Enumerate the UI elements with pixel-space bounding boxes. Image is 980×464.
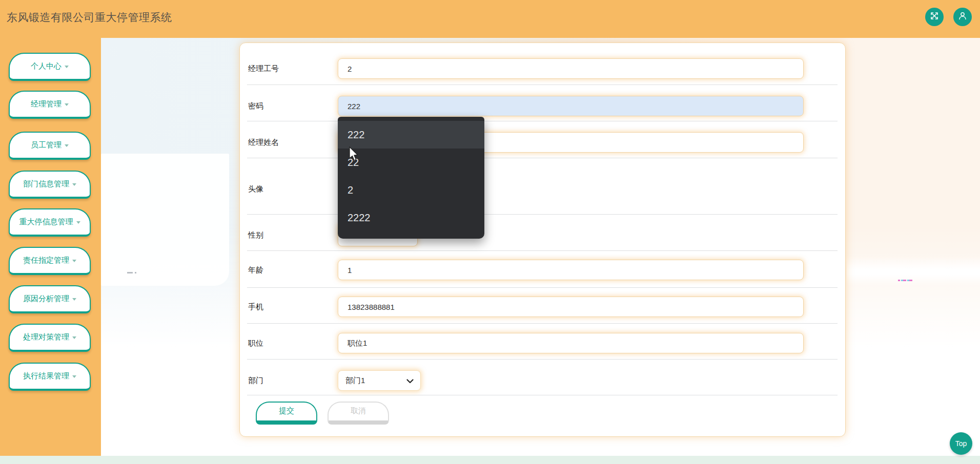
autocomplete-option[interactable]: 2: [338, 176, 484, 204]
chevron-down-icon: [72, 375, 76, 378]
submit-button[interactable]: 提交: [256, 402, 317, 425]
sidebar-item-countermeasure[interactable]: 处理对策管理: [9, 324, 91, 352]
sidebar-item-employee-mgmt[interactable]: 员工管理: [9, 132, 91, 160]
autocomplete-option[interactable]: 22: [338, 149, 484, 176]
fullscreen-icon: [930, 11, 939, 23]
app-title: 东风锻造有限公司重大停管理系统: [7, 0, 172, 35]
sidebar-item-label: 员工管理: [31, 140, 62, 150]
password-input[interactable]: [338, 96, 804, 116]
background-artifact: [127, 272, 133, 273]
fullscreen-button[interactable]: [925, 8, 944, 26]
row-divider: [247, 287, 838, 288]
sidebar-item-department-info[interactable]: 部门信息管理: [9, 171, 91, 199]
background-artifact: [847, 256, 980, 286]
edit-form-card: 经理工号 密码 经理姓名 头像 性别 年龄 手机 职位 部门 部门1 提交 取消: [239, 43, 846, 437]
sidebar-item-label: 部门信息管理: [23, 179, 69, 189]
sidebar-item-manager-mgmt[interactable]: 经理管理: [9, 91, 91, 119]
autocomplete-dropdown: 222 22 2 2222: [338, 117, 484, 239]
row-divider: [247, 250, 838, 251]
background-artifact: [101, 154, 229, 286]
row-divider: [247, 395, 838, 395]
back-to-top-button[interactable]: Top: [950, 432, 972, 455]
chevron-down-icon: [72, 298, 76, 301]
sidebar-item-personal-center[interactable]: 个人中心: [9, 53, 91, 81]
sidebar-item-responsibility[interactable]: 责任指定管理: [9, 247, 91, 275]
sidebar-item-label: 重大停信息管理: [19, 217, 73, 227]
sidebar-item-label: 原因分析管理: [23, 294, 69, 304]
position-label: 职位: [248, 338, 263, 348]
cancel-button[interactable]: 取消: [328, 402, 389, 425]
sidebar-item-cause-analysis[interactable]: 原因分析管理: [9, 285, 91, 313]
background-artifact: [135, 272, 136, 273]
sidebar-item-execution-result[interactable]: 执行结果管理: [9, 363, 91, 391]
department-select[interactable]: 部门1: [338, 370, 421, 391]
department-label: 部门: [248, 375, 263, 386]
chevron-down-icon: [406, 379, 414, 384]
sidebar-item-label: 执行结果管理: [23, 371, 69, 381]
avatar-label: 头像: [248, 184, 263, 194]
manager-id-label: 经理工号: [248, 64, 279, 74]
autocomplete-option[interactable]: 222: [338, 121, 484, 149]
phone-input[interactable]: [338, 297, 804, 317]
user-icon: [957, 11, 968, 23]
app-window: 东风锻造有限公司重大停管理系统 个人中心 经理管理 员工管理 部门信息管理 重大…: [0, 0, 980, 464]
phone-label: 手机: [248, 302, 263, 312]
chevron-down-icon: [65, 144, 69, 147]
department-select-value: 部门1: [345, 376, 365, 386]
row-divider: [247, 323, 838, 324]
row-divider: [247, 359, 838, 360]
row-divider: [247, 85, 838, 85]
position-input[interactable]: [338, 333, 804, 353]
row-divider: [247, 214, 838, 215]
age-label: 年龄: [248, 265, 263, 275]
chevron-down-icon: [72, 183, 76, 186]
chevron-down-icon: [65, 66, 69, 68]
sidebar-item-label: 责任指定管理: [23, 256, 69, 265]
footer-strip: [0, 456, 980, 464]
background-artifact: [898, 280, 912, 281]
sidebar-item-label: 经理管理: [31, 99, 62, 109]
autocomplete-option[interactable]: 2222: [338, 204, 484, 231]
chevron-down-icon: [72, 336, 76, 339]
sidebar-item-label: 处理对策管理: [23, 332, 69, 342]
user-profile-button[interactable]: [953, 8, 972, 26]
chevron-down-icon: [65, 103, 69, 106]
password-label: 密码: [248, 101, 263, 111]
sidebar: 个人中心 经理管理 员工管理 部门信息管理 重大停信息管理 责任指定管理 原因分…: [0, 38, 101, 456]
sidebar-item-major-stop-info[interactable]: 重大停信息管理: [9, 208, 91, 237]
sidebar-item-label: 个人中心: [31, 61, 62, 71]
chevron-down-icon: [72, 260, 76, 262]
top-header: 东风锻造有限公司重大停管理系统: [0, 0, 980, 38]
manager-id-input[interactable]: [338, 58, 804, 79]
row-divider: [247, 121, 838, 121]
manager-name-label: 经理姓名: [248, 137, 279, 147]
gender-label: 性别: [248, 230, 263, 240]
row-divider: [247, 158, 838, 158]
chevron-down-icon: [76, 221, 80, 224]
age-input[interactable]: [338, 260, 804, 280]
